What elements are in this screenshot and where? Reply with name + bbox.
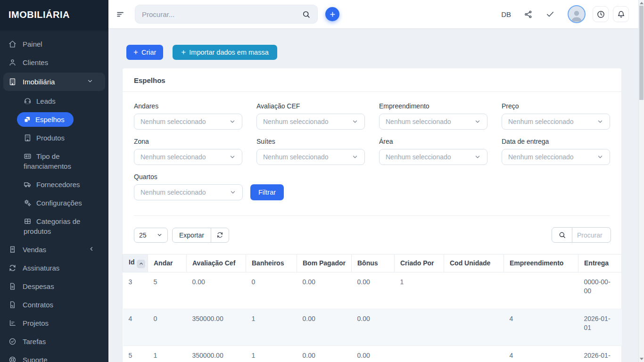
column-header-andar[interactable]: Andar	[148, 255, 187, 272]
sidebar-item-categorias-de-produtos[interactable]: Categorias de produtos	[0, 212, 108, 240]
table-header-row: Id Andar Avaliação Cef Banheiros Bom Pag…	[123, 255, 622, 272]
chevron-down-icon	[352, 118, 358, 125]
area-select[interactable]: Nenhum seleccionado	[379, 149, 487, 165]
search-icon[interactable]	[302, 10, 311, 19]
sidebar-item-label: Produtos	[36, 134, 65, 142]
cell-bonus: 0.00	[352, 346, 395, 362]
cell-andar: 0	[148, 309, 187, 346]
avatar[interactable]	[568, 5, 586, 23]
global-search-input[interactable]	[142, 10, 302, 18]
chevron-down-icon	[474, 118, 481, 125]
table-row[interactable]: 3 5 0.00 0 0.00 0.00 1 0000-00-00	[123, 272, 622, 309]
suites-select[interactable]: Nenhum seleccionado	[256, 149, 365, 165]
filter-field-zona: Zona Nenhum seleccionado	[134, 138, 242, 165]
page-scrollbar[interactable]	[638, 0, 644, 362]
column-header-avaliacao-cef[interactable]: Avaliação Cef	[187, 255, 246, 272]
andares-select[interactable]: Nenhum seleccionado	[134, 114, 242, 130]
table-search-input[interactable]	[572, 227, 611, 243]
sidebar-item-clientes[interactable]: Clientes	[0, 53, 108, 72]
truck-icon	[24, 181, 32, 189]
empreendimento-select[interactable]: Nenhum seleccionado	[379, 114, 487, 130]
sidebar-item-tarefas[interactable]: Tarefas	[0, 332, 108, 351]
notifications-button[interactable]	[613, 6, 629, 22]
create-button-label: Criar	[141, 49, 156, 56]
column-header-criado-por[interactable]: Criado Por	[395, 255, 444, 272]
cell-cod-unidade	[444, 309, 504, 346]
column-header-bom-pagador[interactable]: Bom Pagador	[297, 255, 352, 272]
sidebar-item-imobiliaria[interactable]: Imobiliária	[3, 73, 105, 91]
table-row[interactable]: 4 0 350000.00 1 0.00 0.00 4 2026-01-01	[123, 309, 622, 346]
sidebar-item-label: Tarefas	[23, 337, 46, 346]
quick-add-button[interactable]	[325, 7, 339, 21]
sidebar-item-suporte[interactable]: Suporte	[0, 351, 108, 362]
share-icon[interactable]	[524, 10, 533, 19]
sort-ascending-icon[interactable]	[137, 260, 145, 268]
column-header-empreendimento[interactable]: Empreendimento	[504, 255, 578, 272]
refresh-button[interactable]	[211, 228, 229, 243]
sidebar-item-label: Fornecedores	[36, 181, 80, 189]
cell-avaliacao-cef: 350000.00	[187, 346, 246, 362]
global-search	[135, 5, 318, 24]
create-button[interactable]: +Criar	[126, 45, 163, 60]
page-size-select[interactable]: 25	[134, 228, 168, 243]
sidebar-item-vendas[interactable]: Vendas	[0, 240, 108, 259]
filters-last-row: Quartos Nenhum seleccionado Filtrar	[134, 173, 610, 200]
app-logo[interactable]: IMOBILIÁRIA	[0, 0, 108, 29]
sidebar-item-fornecedores[interactable]: Fornecedores	[0, 175, 108, 194]
scrollbar-down-arrow[interactable]	[640, 358, 644, 360]
sidebar-item-contratos[interactable]: Contratos	[0, 296, 108, 314]
cell-banheiros: 0	[246, 272, 297, 309]
sidebar-item-despesas[interactable]: Despesas	[0, 277, 108, 296]
sidebar-item-leads[interactable]: Leads	[0, 92, 108, 110]
export-button[interactable]: Exportar	[172, 228, 211, 243]
quartos-select[interactable]: Nenhum seleccionado	[134, 184, 243, 200]
db-menu[interactable]: DB	[501, 10, 511, 18]
chevron-down-icon	[352, 154, 358, 160]
home-icon	[8, 40, 17, 48]
column-header-bonus[interactable]: Bônus	[352, 255, 395, 272]
filter-label: Andares	[134, 102, 242, 110]
sidebar-item-produtos[interactable]: Produtos	[0, 129, 108, 147]
bulk-import-button[interactable]: +Importar dados em massa	[173, 45, 277, 60]
history-button[interactable]	[593, 6, 609, 22]
sidebar-item-espelhos[interactable]: Espelhos	[17, 112, 74, 127]
cell-banheiros: 1	[246, 346, 297, 362]
receipt-icon	[8, 246, 17, 254]
cell-empreendimento: 4	[504, 309, 578, 346]
sidebar-item-assinaturas[interactable]: Assinaturas	[0, 259, 108, 277]
sidebar-item-tipo-de-financiamentos[interactable]: Tipo de financiamentos	[0, 147, 108, 175]
avaliacao-cef-select[interactable]: Nenhum seleccionado	[256, 114, 365, 130]
column-header-id[interactable]: Id	[123, 255, 148, 272]
cell-bonus: 0.00	[352, 309, 395, 346]
filter-button[interactable]: Filtrar	[250, 184, 284, 200]
scrollbar-thumb[interactable]	[639, 6, 644, 100]
column-header-entrega[interactable]: Entrega	[578, 255, 622, 272]
main-column: DB +Criar +Importar dados em massa Espel…	[108, 0, 638, 362]
chevron-down-icon	[229, 154, 236, 160]
column-header-cod-unidade[interactable]: Cod Unidade	[444, 255, 504, 272]
cell-entrega: 2026-01-01	[578, 346, 622, 362]
sidebar-item-painel[interactable]: Painel	[0, 35, 108, 53]
sidebar-toggle-icon[interactable]	[116, 10, 125, 19]
sidebar-item-label: Categorias de produtos	[24, 217, 80, 235]
bulk-import-button-label: Importar dados em massa	[189, 49, 268, 56]
chevron-down-icon	[157, 232, 163, 238]
scrollbar-up-arrow[interactable]	[640, 2, 644, 4]
check-icon[interactable]	[545, 9, 555, 19]
column-header-banheiros[interactable]: Banheiros	[246, 255, 297, 272]
data-de-entrega-select[interactable]: Nenhum seleccionado	[502, 149, 610, 165]
table-row[interactable]: 5 1 350000.00 1 0.00 0.00 4 2026-01-01	[123, 346, 622, 362]
sidebar: IMOBILIÁRIA Painel Clientes Imobiliária …	[0, 0, 108, 362]
select-placeholder: Nenhum seleccionado	[508, 153, 574, 161]
sidebar-item-projetos[interactable]: Projetos	[0, 314, 108, 332]
cell-andar: 5	[148, 272, 187, 309]
zona-select[interactable]: Nenhum seleccionado	[134, 149, 242, 165]
sidebar-item-label: Espelhos	[35, 115, 65, 123]
page-body: +Criar +Importar dados em massa Espelhos…	[108, 28, 638, 362]
sidebar-item-configuracoes[interactable]: Configurações	[0, 194, 108, 212]
file-signature-icon	[8, 301, 17, 309]
chevron-down-icon	[474, 154, 481, 160]
sidebar-item-label: Configurações	[36, 199, 82, 207]
preco-select[interactable]: Nenhum seleccionado	[502, 114, 610, 130]
table-search-icon[interactable]	[552, 227, 572, 243]
